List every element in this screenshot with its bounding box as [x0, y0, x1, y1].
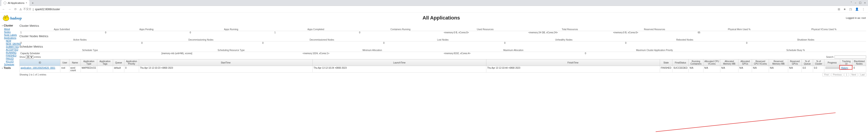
search-input[interactable]: [835, 56, 866, 58]
page-header: hadoop All Applications Logged in as: ro…: [0, 13, 868, 23]
col-priority[interactable]: Application Priority: [124, 59, 139, 66]
sidebar-link-finished[interactable]: FINISHED: [2, 54, 18, 57]
app-icon[interactable]: ◳: [849, 7, 852, 11]
back-button[interactable]: ←: [2, 7, 5, 11]
window-max-icon[interactable]: ☐: [859, 1, 862, 4]
col-progress[interactable]: Progress: [824, 59, 840, 66]
nm-v-4: 0: [503, 42, 624, 45]
col-launch[interactable]: LaunchTime: [312, 59, 486, 66]
sidebar-heading-cluster[interactable]: Cluster: [2, 24, 18, 27]
page-next[interactable]: Next: [850, 73, 858, 76]
reload-button[interactable]: ⟳: [13, 7, 17, 11]
nm-v-0: 3: [20, 42, 141, 45]
tab-close-icon[interactable]: ×: [26, 2, 27, 4]
col-rmem[interactable]: Reserved Memory MB: [769, 59, 788, 66]
cell-type: MAPREDUCE: [81, 66, 97, 73]
window-close-icon[interactable]: ×: [864, 1, 866, 4]
cell-name: word count: [69, 66, 81, 73]
page-prev[interactable]: Previous: [831, 73, 843, 76]
col-rcpu[interactable]: Reserved CPU VCores: [752, 59, 769, 66]
col-running[interactable]: Running Containers: [689, 59, 704, 66]
sidebar-link-submitted[interactable]: SUBMITTED: [2, 45, 18, 48]
col-name[interactable]: Name: [69, 59, 81, 66]
main-content: Cluster Metrics Apps Submitted Apps Pend…: [20, 24, 866, 76]
svg-point-2: [6, 15, 8, 18]
forward-button[interactable]: →: [8, 7, 11, 11]
insecure-label: 不安全: [23, 7, 31, 11]
sidebar-link-new[interactable]: NEW: [2, 39, 18, 43]
cell-progress: [824, 66, 840, 73]
url-field[interactable]: ⚠ 不安全 | spark02:8088/cluster: [20, 7, 60, 11]
col-pctq[interactable]: % of Queue: [802, 59, 813, 66]
cm-h-used: Used Resources: [443, 28, 528, 31]
col-final[interactable]: FinalStatus: [673, 59, 689, 66]
col-start[interactable]: StartTime: [139, 59, 312, 66]
sidebar-heading-tools[interactable]: Tools: [2, 66, 18, 70]
svg-text:hadoop: hadoop: [10, 16, 22, 20]
sm-max: <memory:8192, vCores:4>: [443, 52, 584, 55]
page-title: All Applications: [37, 15, 846, 21]
browser-tab-strip: All Applications × + ˅ − ☐ ×: [0, 0, 868, 6]
menu-icon[interactable]: ⋮: [862, 7, 865, 11]
col-queue[interactable]: Queue: [113, 59, 124, 66]
new-tab-button[interactable]: +: [30, 0, 35, 5]
sidebar-link-failed[interactable]: FAILED: [2, 57, 18, 60]
col-blacklist[interactable]: Blacklisted Nodes: [852, 59, 866, 66]
page-size-select[interactable]: 20: [26, 55, 33, 59]
cell-mem: N/A: [720, 66, 739, 73]
app-id-link[interactable]: application_1681358254620_0001: [21, 66, 55, 69]
hadoop-logo-icon: hadoop: [2, 13, 37, 22]
sm-type: Capacity Scheduler: [20, 52, 160, 55]
col-pctc[interactable]: % of Cluster: [813, 59, 824, 66]
cell-blacklist: 0: [852, 66, 866, 73]
col-mem[interactable]: Allocated Memory MB: [720, 59, 739, 66]
profile-icon[interactable]: 👤: [855, 7, 859, 11]
cell-final: SUCCEEDED: [673, 66, 689, 73]
sidebar-link-killed[interactable]: KILLED: [2, 60, 18, 63]
cm-v-1: 0: [104, 31, 189, 34]
nm-v-5: 0: [624, 42, 745, 45]
col-tags[interactable]: Application Tags: [97, 59, 113, 66]
window-min-icon[interactable]: −: [855, 1, 856, 4]
window-down-icon[interactable]: ˅: [850, 1, 852, 4]
cm-h-total: Total Resources: [527, 28, 612, 31]
col-state[interactable]: State: [660, 59, 673, 66]
cm-h-apps-submitted: Apps Submitted: [20, 28, 104, 31]
col-type[interactable]: Application Type: [81, 59, 97, 66]
sidebar-link-about[interactable]: About: [2, 28, 18, 31]
cm-h-apps-completed: Apps Completed: [274, 28, 359, 31]
cell-pctq: 0.0: [802, 66, 813, 73]
extension-icon[interactable]: ⊞: [838, 7, 840, 11]
sidebar-link-running[interactable]: RUNNING: [2, 51, 18, 54]
page-first[interactable]: First: [823, 73, 830, 76]
sidebar-link-scheduler[interactable]: Scheduler: [2, 63, 18, 66]
tracking-ui-link[interactable]: History: [841, 66, 848, 69]
cell-cpu: N/A: [704, 66, 720, 73]
col-rgpu[interactable]: Reserved GPUs: [788, 59, 802, 66]
nm-h-3: Lost Nodes: [382, 38, 503, 42]
col-cpu[interactable]: Allocated CPU VCores: [704, 59, 720, 66]
cm-h-apps-running: Apps Running: [189, 28, 274, 31]
col-user[interactable]: User: [60, 59, 69, 66]
col-finish[interactable]: FinishTime: [486, 59, 660, 66]
cm-h-reserved: Reserved Resources: [612, 28, 697, 31]
bookmark-icon[interactable]: ★: [843, 7, 846, 11]
sidebar-link-nodes[interactable]: Nodes: [2, 31, 18, 33]
sidebar-link-new-saving[interactable]: NEW_SAVING: [2, 43, 18, 45]
sm-busy: [725, 52, 866, 55]
sidebar-link-accepted[interactable]: ACCEPTED: [2, 48, 18, 51]
cell-tags: [97, 66, 113, 73]
window-controls: ˅ − ☐ ×: [848, 1, 868, 4]
browser-tab[interactable]: All Applications ×: [1, 0, 29, 6]
page-last[interactable]: Last: [859, 73, 866, 76]
url-text: spark02:8088/cluster: [35, 8, 60, 11]
sidebar-link-node-labels[interactable]: Node Labels: [2, 33, 18, 36]
col-tracking[interactable]: Tracking UI: [840, 59, 852, 66]
sidebar-link-applications[interactable]: Applications: [2, 36, 18, 39]
page-1[interactable]: 1: [844, 73, 849, 76]
col-gpu[interactable]: Allocated GPUs: [739, 59, 752, 66]
login-info: Logged in as: root: [846, 17, 866, 19]
cm-v-3: 1: [274, 31, 359, 34]
nm-h-2: Decommissioned Nodes: [261, 38, 382, 42]
col-id[interactable]: ID: [20, 59, 60, 66]
